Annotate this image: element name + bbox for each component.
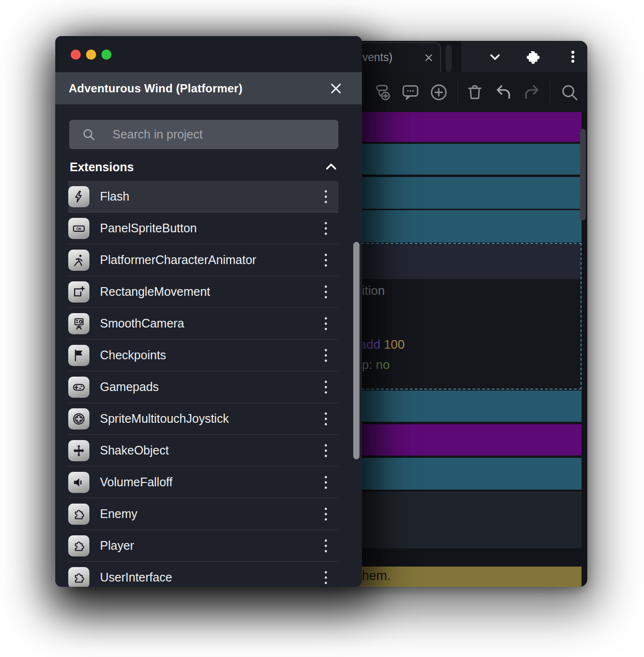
add-event-icon[interactable] xyxy=(429,83,448,102)
joystick-icon xyxy=(68,408,89,430)
project-title: Adventurous Wind (Platformer) xyxy=(69,82,243,95)
extension-label: Checkpoints xyxy=(100,348,313,362)
search-icon xyxy=(82,127,96,142)
extension-label: PanelSpriteButton xyxy=(100,221,313,235)
camera-icon xyxy=(68,313,89,334)
redo-icon[interactable] xyxy=(522,83,542,102)
flag-icon xyxy=(68,345,89,366)
param-text-fragment: p: no xyxy=(362,357,390,372)
screenshot-stage: vents) xyxy=(0,0,644,657)
more-options-icon[interactable] xyxy=(324,443,329,458)
comment-text-fragment: hem. xyxy=(362,569,391,583)
param-value: no xyxy=(376,357,390,372)
extension-item-player[interactable]: Player xyxy=(68,530,338,562)
extension-label: RectangleMovement xyxy=(100,285,313,299)
extension-item-platformercharacteranimator[interactable]: PlatformerCharacterAnimator xyxy=(68,244,338,276)
more-menu-kebab-icon[interactable] xyxy=(565,49,581,64)
project-manager-panel: Adventurous Wind (Platformer) Search in … xyxy=(55,36,362,587)
puzzle-icon xyxy=(68,567,89,587)
more-options-icon[interactable] xyxy=(324,285,329,299)
extension-label: SpriteMultitouchJoystick xyxy=(100,412,313,426)
chevron-down-icon[interactable] xyxy=(487,49,503,64)
extension-item-enemy[interactable]: Enemy xyxy=(68,498,338,530)
undo-icon[interactable] xyxy=(494,83,513,102)
move-arrows-icon xyxy=(68,440,89,461)
more-options-icon[interactable] xyxy=(324,570,329,585)
extension-label: VolumeFalloff xyxy=(100,475,313,489)
more-options-icon[interactable] xyxy=(324,221,329,236)
svg-text:OK: OK xyxy=(76,227,82,231)
action-keyword: add xyxy=(359,337,380,352)
traffic-light-close-button[interactable] xyxy=(71,50,81,60)
extensions-section-header[interactable]: Extensions xyxy=(70,158,338,176)
next-tab-edge xyxy=(446,45,452,72)
extension-item-panelspritebutton[interactable]: OK PanelSpriteButton xyxy=(68,213,338,244)
extension-label: UserInterface xyxy=(100,570,313,584)
extension-item-spritemultitouchjoystick[interactable]: SpriteMultitouchJoystick xyxy=(68,403,338,435)
extensions-section-label: Extensions xyxy=(70,160,134,174)
extension-label: Flash xyxy=(100,190,313,203)
events-scrollbar-thumb[interactable] xyxy=(580,129,586,220)
extension-item-smoothcamera[interactable]: SmoothCamera xyxy=(68,308,338,340)
extension-item-rectanglemovement[interactable]: RectangleMovement xyxy=(68,276,338,308)
search-events-icon[interactable] xyxy=(560,83,579,102)
more-options-icon[interactable] xyxy=(324,348,329,363)
window-controls-area xyxy=(461,41,587,72)
extension-label: Gamepads xyxy=(100,380,313,394)
add-comment-icon[interactable] xyxy=(401,83,420,102)
more-options-icon[interactable] xyxy=(324,190,329,204)
extension-label: Player xyxy=(100,539,313,553)
action-text-fragment: add 100 xyxy=(359,337,405,352)
panel-header: Adventurous Wind (Platformer) xyxy=(55,72,362,104)
toolbar-divider xyxy=(458,81,458,103)
runner-icon xyxy=(68,250,89,271)
more-options-icon[interactable] xyxy=(324,380,329,394)
add-sub-event-icon[interactable] xyxy=(374,83,393,102)
close-panel-icon[interactable] xyxy=(329,82,343,95)
extension-item-flash[interactable]: Flash xyxy=(68,181,338,213)
traffic-light-zoom-button[interactable] xyxy=(101,50,111,60)
extension-item-checkpoints[interactable]: Checkpoints xyxy=(68,340,338,371)
extension-label: SmoothCamera xyxy=(100,316,313,330)
chevron-up-icon[interactable] xyxy=(324,160,338,174)
rectangle-plus-icon xyxy=(68,281,89,303)
more-options-icon[interactable] xyxy=(324,412,329,426)
panel-scrollbar-thumb[interactable] xyxy=(353,242,359,459)
toolbar-divider xyxy=(550,81,550,103)
tab-label: vents) xyxy=(362,51,393,64)
flash-icon xyxy=(68,186,89,207)
more-options-icon[interactable] xyxy=(324,253,329,267)
more-options-icon[interactable] xyxy=(324,316,329,331)
puzzle-icon xyxy=(68,504,89,525)
delete-trash-icon[interactable] xyxy=(465,83,484,102)
more-options-icon[interactable] xyxy=(324,475,329,490)
speaker-icon xyxy=(68,472,89,493)
param-label: p: xyxy=(362,357,372,372)
ok-button-icon: OK xyxy=(68,218,89,239)
extensions-list: Flash OK PanelSpriteButton PlatformerCha… xyxy=(68,181,338,587)
search-input[interactable]: Search in project xyxy=(69,120,338,149)
extensions-puzzle-icon[interactable] xyxy=(525,49,540,64)
extension-item-gamepads[interactable]: Gamepads xyxy=(68,371,338,403)
gamepad-icon xyxy=(68,377,89,398)
search-placeholder: Search in project xyxy=(112,127,203,141)
condition-text-fragment: ition xyxy=(362,283,385,298)
action-value: 100 xyxy=(384,337,405,352)
more-options-icon[interactable] xyxy=(324,539,329,553)
mac-titlebar xyxy=(55,36,362,72)
traffic-light-minimize-button[interactable] xyxy=(86,50,96,60)
extension-item-shakeobject[interactable]: ShakeObject xyxy=(68,435,338,467)
puzzle-icon xyxy=(68,535,89,556)
extension-item-volumefalloff[interactable]: VolumeFalloff xyxy=(68,467,338,498)
extension-label: PlatformerCharacterAnimator xyxy=(100,253,313,267)
extension-label: ShakeObject xyxy=(100,443,313,457)
extension-label: Enemy xyxy=(100,507,313,521)
tab-close-icon[interactable] xyxy=(423,52,434,63)
extension-item-userinterface[interactable]: UserInterface xyxy=(68,562,338,587)
more-options-icon[interactable] xyxy=(324,507,329,521)
